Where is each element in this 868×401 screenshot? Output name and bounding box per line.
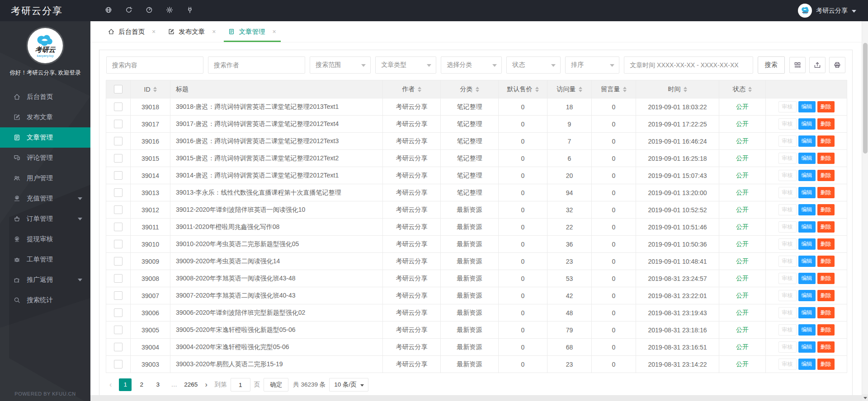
gear-icon[interactable] xyxy=(166,6,173,15)
globe-icon[interactable] xyxy=(105,6,112,15)
audit-button[interactable]: 审核 xyxy=(778,118,797,130)
audit-button[interactable]: 审核 xyxy=(778,187,797,198)
delete-button[interactable]: 删除 xyxy=(817,135,835,147)
edit-button[interactable]: 编辑 xyxy=(798,118,816,130)
row-checkbox[interactable] xyxy=(114,137,123,145)
tab-article-manage[interactable]: 文章管理× xyxy=(222,21,282,42)
audit-button[interactable]: 审核 xyxy=(778,341,797,353)
delete-button[interactable]: 删除 xyxy=(817,187,835,198)
search-author-input[interactable] xyxy=(208,56,305,74)
audit-button[interactable]: 审核 xyxy=(778,238,797,250)
close-icon[interactable]: × xyxy=(212,28,216,35)
audit-button[interactable]: 审核 xyxy=(778,273,797,284)
page-button[interactable]: 2265 xyxy=(184,378,198,391)
page-button[interactable]: 3 xyxy=(151,378,164,391)
user-menu[interactable]: 考研云分享 xyxy=(798,4,856,18)
confirm-button[interactable]: 确定 xyxy=(264,378,288,392)
filter-select-scope[interactable]: 搜索范围 xyxy=(310,56,371,74)
filter-select-category[interactable]: 选择分类 xyxy=(441,56,502,74)
row-checkbox[interactable] xyxy=(114,188,123,197)
vertical-scrollbar[interactable] xyxy=(862,21,868,401)
goto-page-input[interactable] xyxy=(231,378,250,392)
delete-button[interactable]: 删除 xyxy=(817,101,835,112)
row-checkbox[interactable] xyxy=(114,171,123,180)
refresh-icon[interactable] xyxy=(125,6,132,15)
edit-button[interactable]: 编辑 xyxy=(798,307,816,318)
delete-button[interactable]: 删除 xyxy=(817,307,835,318)
edit-button[interactable]: 编辑 xyxy=(798,187,816,198)
audit-button[interactable]: 审核 xyxy=(778,307,797,318)
audit-button[interactable]: 审核 xyxy=(778,359,797,370)
row-checkbox[interactable] xyxy=(114,274,123,283)
delete-button[interactable]: 删除 xyxy=(817,153,835,164)
edit-button[interactable]: 编辑 xyxy=(798,204,816,215)
sort-icon[interactable] xyxy=(684,87,687,92)
edit-button[interactable]: 编辑 xyxy=(798,324,816,336)
page-button[interactable]: 1 xyxy=(119,378,132,391)
delete-button[interactable]: 删除 xyxy=(817,221,835,233)
audit-button[interactable]: 审核 xyxy=(778,101,797,112)
sidebar-item-recharge-manage[interactable]: 充值管理 xyxy=(0,188,90,209)
edit-button[interactable]: 编辑 xyxy=(798,341,816,353)
delete-button[interactable]: 删除 xyxy=(817,341,835,353)
edit-button[interactable]: 编辑 xyxy=(798,238,816,250)
sort-icon[interactable] xyxy=(476,87,479,92)
edit-button[interactable]: 编辑 xyxy=(798,273,816,284)
sidebar-item-home[interactable]: 后台首页 xyxy=(0,87,90,107)
filter-select-sort[interactable]: 排序 xyxy=(565,56,619,74)
row-checkbox[interactable] xyxy=(114,257,123,266)
close-icon[interactable]: × xyxy=(272,28,276,35)
row-checkbox[interactable] xyxy=(114,360,123,368)
delete-button[interactable]: 删除 xyxy=(817,256,835,267)
search-button[interactable]: 搜索 xyxy=(758,56,785,74)
row-checkbox[interactable] xyxy=(114,291,123,300)
sort-icon[interactable] xyxy=(748,87,752,92)
row-checkbox[interactable] xyxy=(114,308,123,317)
audit-button[interactable]: 审核 xyxy=(778,153,797,164)
delete-button[interactable]: 删除 xyxy=(817,290,835,301)
filter-select-type[interactable]: 文章类型 xyxy=(375,56,436,74)
sidebar-item-withdraw-audit[interactable]: 提现审核 xyxy=(0,229,90,249)
audit-button[interactable]: 审核 xyxy=(778,135,797,147)
delete-button[interactable]: 删除 xyxy=(817,238,835,250)
close-icon[interactable]: × xyxy=(152,28,156,35)
sidebar-item-article-manage[interactable]: 文章管理 xyxy=(0,127,90,148)
sort-icon[interactable] xyxy=(535,87,539,92)
sort-icon[interactable] xyxy=(579,87,582,92)
audit-button[interactable]: 审核 xyxy=(778,204,797,215)
audit-button[interactable]: 审核 xyxy=(778,324,797,336)
page-size-select[interactable]: 10 条/页 xyxy=(329,378,368,392)
print-button[interactable] xyxy=(829,57,845,73)
sidebar-item-publish-article[interactable]: 发布文章 xyxy=(0,107,90,127)
search-content-input[interactable] xyxy=(106,56,203,74)
next-page-button[interactable]: › xyxy=(201,381,211,389)
sidebar-item-order-manage[interactable]: 订单管理 xyxy=(0,209,90,229)
columns-button[interactable] xyxy=(789,57,806,73)
scrollbar-down-arrow[interactable] xyxy=(862,394,868,401)
tab-home[interactable]: 后台首页× xyxy=(102,21,162,42)
audit-button[interactable]: 审核 xyxy=(778,170,797,181)
delete-button[interactable]: 删除 xyxy=(817,118,835,130)
horizontal-scrollbar[interactable] xyxy=(90,395,862,401)
sort-icon[interactable] xyxy=(153,87,157,92)
article-time-input[interactable] xyxy=(624,56,753,74)
edit-button[interactable]: 编辑 xyxy=(798,170,816,181)
audit-button[interactable]: 审核 xyxy=(778,221,797,233)
plug-icon[interactable] xyxy=(186,6,193,15)
row-checkbox[interactable] xyxy=(114,326,123,334)
edit-button[interactable]: 编辑 xyxy=(798,101,816,112)
audit-button[interactable]: 审核 xyxy=(778,256,797,267)
edit-button[interactable]: 编辑 xyxy=(798,135,816,147)
export-button[interactable] xyxy=(809,57,826,73)
row-checkbox[interactable] xyxy=(114,343,123,351)
gauge-icon[interactable] xyxy=(146,6,153,15)
filter-select-status[interactable]: 状态 xyxy=(506,56,561,74)
delete-button[interactable]: 删除 xyxy=(817,359,835,370)
row-checkbox[interactable] xyxy=(114,154,123,163)
scrollbar-thumb[interactable] xyxy=(863,43,868,154)
delete-button[interactable]: 删除 xyxy=(817,273,835,284)
sidebar-item-comment-manage[interactable]: 评论管理 xyxy=(0,148,90,168)
sidebar-item-user-manage[interactable]: 用户管理 xyxy=(0,168,90,188)
prev-page-button[interactable]: ‹ xyxy=(106,381,115,389)
edit-button[interactable]: 编辑 xyxy=(798,256,816,267)
